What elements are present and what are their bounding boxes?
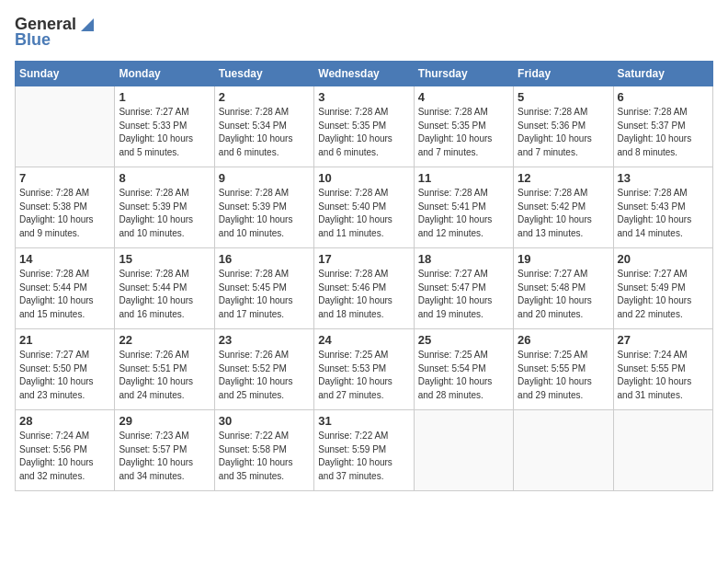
day-info: Sunrise: 7:28 AM Sunset: 5:41 PM Dayligh… (418, 187, 509, 240)
calendar-day-header: Tuesday (214, 62, 313, 86)
day-number: 28 (19, 414, 110, 428)
day-info: Sunrise: 7:25 AM Sunset: 5:53 PM Dayligh… (318, 349, 409, 402)
calendar-week-row: 21Sunrise: 7:27 AM Sunset: 5:50 PM Dayli… (16, 329, 713, 410)
day-number: 24 (318, 333, 409, 347)
day-number: 21 (19, 333, 110, 347)
calendar-cell: 25Sunrise: 7:25 AM Sunset: 5:54 PM Dayli… (414, 329, 513, 410)
calendar-cell: 31Sunrise: 7:22 AM Sunset: 5:59 PM Dayli… (314, 410, 414, 491)
day-info: Sunrise: 7:28 AM Sunset: 5:39 PM Dayligh… (119, 187, 210, 240)
day-number: 18 (418, 252, 509, 266)
day-info: Sunrise: 7:27 AM Sunset: 5:33 PM Dayligh… (119, 106, 210, 159)
calendar-cell: 26Sunrise: 7:25 AM Sunset: 5:55 PM Dayli… (514, 329, 613, 410)
calendar-cell: 16Sunrise: 7:28 AM Sunset: 5:45 PM Dayli… (214, 248, 313, 329)
day-number: 10 (318, 171, 409, 185)
day-info: Sunrise: 7:28 AM Sunset: 5:39 PM Dayligh… (219, 187, 310, 240)
day-info: Sunrise: 7:24 AM Sunset: 5:55 PM Dayligh… (618, 349, 709, 402)
day-number: 3 (318, 90, 409, 104)
calendar-cell: 30Sunrise: 7:22 AM Sunset: 5:58 PM Dayli… (214, 410, 313, 491)
day-info: Sunrise: 7:27 AM Sunset: 5:50 PM Dayligh… (19, 349, 110, 402)
day-number: 27 (618, 333, 709, 347)
day-number: 6 (618, 90, 709, 104)
day-number: 15 (119, 252, 210, 266)
day-number: 4 (418, 90, 509, 104)
logo-triangle-icon (77, 17, 94, 33)
day-info: Sunrise: 7:28 AM Sunset: 5:44 PM Dayligh… (19, 268, 110, 321)
calendar-cell: 28Sunrise: 7:24 AM Sunset: 5:56 PM Dayli… (16, 410, 115, 491)
day-number: 2 (219, 90, 310, 104)
day-info: Sunrise: 7:28 AM Sunset: 5:44 PM Dayligh… (119, 268, 210, 321)
day-info: Sunrise: 7:27 AM Sunset: 5:49 PM Dayligh… (618, 268, 709, 321)
day-number: 16 (219, 252, 310, 266)
day-info: Sunrise: 7:28 AM Sunset: 5:36 PM Dayligh… (518, 106, 609, 159)
day-info: Sunrise: 7:28 AM Sunset: 5:34 PM Dayligh… (219, 106, 310, 159)
calendar-day-header: Saturday (613, 62, 712, 86)
calendar-cell: 13Sunrise: 7:28 AM Sunset: 5:43 PM Dayli… (613, 167, 712, 248)
day-number: 23 (219, 333, 310, 347)
day-number: 7 (19, 171, 110, 185)
day-info: Sunrise: 7:28 AM Sunset: 5:37 PM Dayligh… (618, 106, 709, 159)
calendar-cell (514, 410, 613, 491)
day-number: 5 (518, 90, 609, 104)
calendar-cell: 20Sunrise: 7:27 AM Sunset: 5:49 PM Dayli… (613, 248, 712, 329)
calendar-table: SundayMondayTuesdayWednesdayThursdayFrid… (15, 61, 713, 491)
calendar-cell (613, 410, 712, 491)
page-header: General Blue (15, 15, 713, 50)
calendar-cell: 5Sunrise: 7:28 AM Sunset: 5:36 PM Daylig… (514, 86, 613, 167)
calendar-week-row: 7Sunrise: 7:28 AM Sunset: 5:38 PM Daylig… (16, 167, 713, 248)
calendar-cell: 11Sunrise: 7:28 AM Sunset: 5:41 PM Dayli… (414, 167, 513, 248)
day-info: Sunrise: 7:28 AM Sunset: 5:35 PM Dayligh… (418, 106, 509, 159)
calendar-cell (16, 86, 115, 167)
logo-blue-text: Blue (15, 30, 51, 50)
day-number: 17 (318, 252, 409, 266)
calendar-cell: 6Sunrise: 7:28 AM Sunset: 5:37 PM Daylig… (613, 86, 712, 167)
day-number: 12 (518, 171, 609, 185)
day-info: Sunrise: 7:26 AM Sunset: 5:51 PM Dayligh… (119, 349, 210, 402)
calendar-week-row: 28Sunrise: 7:24 AM Sunset: 5:56 PM Dayli… (16, 410, 713, 491)
day-info: Sunrise: 7:28 AM Sunset: 5:42 PM Dayligh… (518, 187, 609, 240)
calendar-cell: 8Sunrise: 7:28 AM Sunset: 5:39 PM Daylig… (115, 167, 214, 248)
day-number: 14 (19, 252, 110, 266)
day-number: 29 (119, 414, 210, 428)
day-info: Sunrise: 7:22 AM Sunset: 5:59 PM Dayligh… (318, 430, 409, 483)
calendar-day-header: Wednesday (314, 62, 414, 86)
calendar-cell: 4Sunrise: 7:28 AM Sunset: 5:35 PM Daylig… (414, 86, 513, 167)
day-number: 26 (518, 333, 609, 347)
day-info: Sunrise: 7:24 AM Sunset: 5:56 PM Dayligh… (19, 430, 110, 483)
calendar-cell: 29Sunrise: 7:23 AM Sunset: 5:57 PM Dayli… (115, 410, 214, 491)
calendar-cell: 15Sunrise: 7:28 AM Sunset: 5:44 PM Dayli… (115, 248, 214, 329)
calendar-cell: 21Sunrise: 7:27 AM Sunset: 5:50 PM Dayli… (16, 329, 115, 410)
day-info: Sunrise: 7:27 AM Sunset: 5:47 PM Dayligh… (418, 268, 509, 321)
calendar-cell: 9Sunrise: 7:28 AM Sunset: 5:39 PM Daylig… (214, 167, 313, 248)
calendar-cell: 1Sunrise: 7:27 AM Sunset: 5:33 PM Daylig… (115, 86, 214, 167)
calendar-cell: 23Sunrise: 7:26 AM Sunset: 5:52 PM Dayli… (214, 329, 313, 410)
day-info: Sunrise: 7:28 AM Sunset: 5:46 PM Dayligh… (318, 268, 409, 321)
day-number: 19 (518, 252, 609, 266)
day-number: 9 (219, 171, 310, 185)
calendar-cell: 10Sunrise: 7:28 AM Sunset: 5:40 PM Dayli… (314, 167, 414, 248)
day-info: Sunrise: 7:27 AM Sunset: 5:48 PM Dayligh… (518, 268, 609, 321)
day-number: 25 (418, 333, 509, 347)
calendar-cell: 17Sunrise: 7:28 AM Sunset: 5:46 PM Dayli… (314, 248, 414, 329)
calendar-week-row: 1Sunrise: 7:27 AM Sunset: 5:33 PM Daylig… (16, 86, 713, 167)
calendar-cell: 14Sunrise: 7:28 AM Sunset: 5:44 PM Dayli… (16, 248, 115, 329)
day-number: 1 (119, 90, 210, 104)
calendar-cell: 22Sunrise: 7:26 AM Sunset: 5:51 PM Dayli… (115, 329, 214, 410)
day-number: 22 (119, 333, 210, 347)
day-info: Sunrise: 7:23 AM Sunset: 5:57 PM Dayligh… (119, 430, 210, 483)
day-info: Sunrise: 7:25 AM Sunset: 5:55 PM Dayligh… (518, 349, 609, 402)
calendar-week-row: 14Sunrise: 7:28 AM Sunset: 5:44 PM Dayli… (16, 248, 713, 329)
calendar-cell: 18Sunrise: 7:27 AM Sunset: 5:47 PM Dayli… (414, 248, 513, 329)
logo: General Blue (15, 15, 94, 50)
day-number: 31 (318, 414, 409, 428)
day-info: Sunrise: 7:28 AM Sunset: 5:38 PM Dayligh… (19, 187, 110, 240)
calendar-cell: 24Sunrise: 7:25 AM Sunset: 5:53 PM Dayli… (314, 329, 414, 410)
day-info: Sunrise: 7:26 AM Sunset: 5:52 PM Dayligh… (219, 349, 310, 402)
day-info: Sunrise: 7:28 AM Sunset: 5:35 PM Dayligh… (318, 106, 409, 159)
day-info: Sunrise: 7:28 AM Sunset: 5:40 PM Dayligh… (318, 187, 409, 240)
calendar-day-header: Friday (514, 62, 613, 86)
calendar-cell: 27Sunrise: 7:24 AM Sunset: 5:55 PM Dayli… (613, 329, 712, 410)
day-number: 13 (618, 171, 709, 185)
day-info: Sunrise: 7:22 AM Sunset: 5:58 PM Dayligh… (219, 430, 310, 483)
calendar-day-header: Monday (115, 62, 214, 86)
calendar-day-header: Sunday (16, 62, 115, 86)
